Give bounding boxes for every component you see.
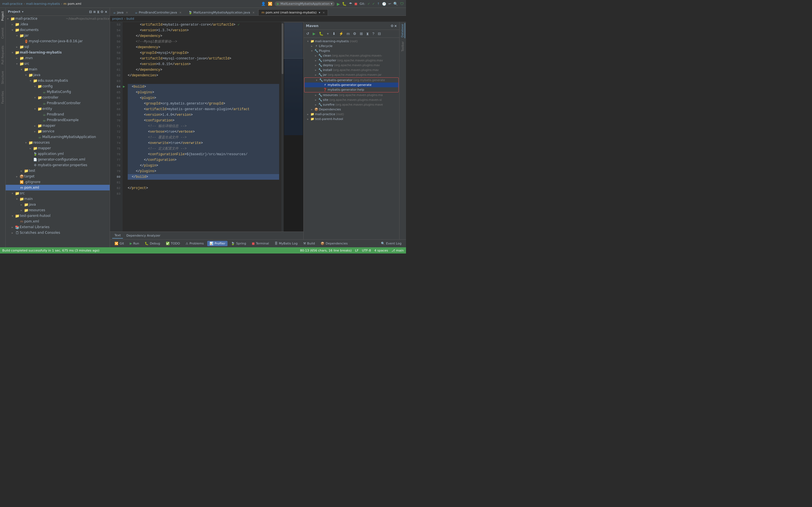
breadcrumb-mall-practice[interactable]: mall-practice: [2, 2, 22, 6]
tab-text[interactable]: Text: [112, 233, 123, 238]
activity-commit[interactable]: Commit: [1, 26, 5, 40]
tree-item-pom-xml[interactable]: m pom.xml: [6, 185, 110, 190]
tab-pmsbrandcontroller[interactable]: ☕ PmsBrandController.java ×: [132, 9, 185, 15]
maven-item-install[interactable]: 🔧 install (org.apache.maven.plugins:mav: [304, 68, 399, 72]
maven-item-lifecycle[interactable]: ⚡ Lifecycle: [304, 44, 399, 48]
maven-add-btn[interactable]: +: [325, 31, 331, 37]
expand-all-icon[interactable]: ≡: [93, 10, 96, 14]
tree-item-target[interactable]: 📦 target: [6, 173, 110, 179]
avatar-icon[interactable]: 👤: [261, 2, 266, 6]
status-indent[interactable]: 4 spaces: [374, 249, 388, 252]
bottom-tab-build[interactable]: ⚒ Build: [301, 241, 317, 246]
maven-show-btn[interactable]: ⊞: [358, 31, 364, 37]
tree-item-test[interactable]: 📁 test: [6, 168, 110, 173]
tree-item-pmsbrandcontroller[interactable]: ☕ PmsBrandController: [6, 100, 110, 106]
bottom-tab-profiler[interactable]: 📊 Profiler: [207, 241, 228, 246]
tree-item-jar[interactable]: 📁 jar: [6, 33, 110, 38]
maven-item-clean[interactable]: 🔧 clean (org.apache.maven.plugins:maven-: [304, 53, 399, 58]
scroll-indicator[interactable]: [282, 22, 284, 231]
status-branch[interactable]: ⎇ main: [391, 249, 404, 252]
maven-help-btn[interactable]: ?: [371, 31, 375, 37]
maven-item-mall-learning[interactable]: 📁 mall-learning-mybatis (root): [304, 39, 399, 44]
tree-item-mvn[interactable]: 📁 .mvn: [6, 55, 110, 61]
run-config-dropdown[interactable]: ▾: [331, 2, 333, 6]
activity-favorites[interactable]: Favorites: [1, 90, 5, 105]
tab-close-java[interactable]: ×: [126, 11, 128, 14]
git-up-icon[interactable]: ↑: [377, 2, 380, 6]
tree-item-documents[interactable]: 📁 documents: [6, 27, 110, 33]
tree-item-src[interactable]: 📁 src: [6, 61, 110, 66]
tree-item-pmsbrandexample[interactable]: ☕ PmsBrandExample: [6, 117, 110, 123]
maven-download-btn[interactable]: ⬇: [331, 31, 337, 37]
breadcrumb-build[interactable]: build: [126, 17, 134, 20]
tree-item-pmsbrand[interactable]: ☕ PmsBrand: [6, 112, 110, 117]
bottom-tab-todo[interactable]: ✅ TODO: [163, 241, 183, 246]
bottom-tab-spring[interactable]: 🍃 Spring: [229, 241, 248, 246]
code-body[interactable]: 53 54 55 56 57 58 59 60 61 62 63 64 65 6…: [110, 22, 303, 231]
collapse-all-icon[interactable]: ⊟: [89, 10, 92, 14]
maven-item-jar[interactable]: 🔧 jar (org.apache.maven.plugins:maven-ja…: [304, 72, 399, 77]
tree-item-mybatisconfig[interactable]: ☕ MyBatisConfig: [6, 89, 110, 95]
tree-item-resources2[interactable]: 📁 resources: [6, 207, 110, 213]
tab-dependency-analyzer[interactable]: Dependency Analyzer: [124, 233, 163, 238]
activity-project[interactable]: Project: [1, 10, 5, 22]
bottom-tab-mybatis[interactable]: 🗄 MyBatis Log: [272, 241, 300, 246]
maven-close-icon[interactable]: ×: [394, 24, 397, 28]
tree-item-mybatis-props[interactable]: ⚙ mybatis-generator.properties: [6, 162, 110, 168]
tree-item-pom2[interactable]: m pom.xml: [6, 219, 110, 224]
tree-item-scratches[interactable]: 🗒 Scratches and Consoles: [6, 230, 110, 235]
run-button[interactable]: ▶: [337, 2, 340, 6]
activity-structure[interactable]: Structure: [1, 70, 5, 86]
search-icon[interactable]: 🔍: [393, 2, 398, 6]
close-sidebar-icon[interactable]: ×: [105, 10, 107, 14]
bottom-tab-problems[interactable]: ⚠ Problems: [183, 241, 206, 246]
bottom-tab-debug[interactable]: 🐛 Debug: [142, 241, 162, 246]
undo-icon[interactable]: ↩: [389, 2, 391, 6]
side-icon-database[interactable]: Database: [400, 23, 405, 38]
maven-settings-btn2[interactable]: ⚙: [352, 31, 358, 37]
dropdown-icon[interactable]: ▾: [22, 10, 23, 13]
bottom-tab-dependencies[interactable]: 📦 Dependencies: [318, 241, 350, 246]
maven-item-generate[interactable]: ⚡ mybatis-generator:generate: [305, 82, 398, 87]
maven-item-mybatis-generator[interactable]: 🔧 mybatis-generator (org.mybatis.generat…: [305, 78, 398, 82]
tree-item-mysql-jar[interactable]: 🏺 mysql-connector-java-8.0.16.jar: [6, 38, 110, 44]
maven-item-mall-practice[interactable]: 📁 mall-practice (root): [304, 112, 399, 117]
tree-item-generator-xml[interactable]: 📄 generator-configuration.xml: [6, 157, 110, 162]
tree-item-service[interactable]: 📁 service: [6, 128, 110, 134]
tab-close-malllearning[interactable]: ×: [252, 11, 255, 14]
tab-close-pom[interactable]: ×: [322, 11, 325, 14]
status-position[interactable]: 80:13 (656 chars, 16 line breaks): [300, 249, 352, 252]
status-charset[interactable]: UTF-8: [362, 249, 371, 252]
history-icon[interactable]: 🕐: [382, 2, 386, 6]
tree-item-test-parent[interactable]: 📁 test-parent-hutool: [6, 213, 110, 219]
tree-item-config[interactable]: 📁 config: [6, 83, 110, 89]
maven-item-test-parent[interactable]: 📁 test-parent-hutool: [304, 117, 399, 121]
vcs-icon[interactable]: 🔀: [268, 2, 272, 6]
breadcrumb-mall-learning[interactable]: mall-learning-mybatis: [26, 2, 60, 6]
tree-item-mall-practice[interactable]: 📁 mall-practice ~/IdeaProjects/mall-prac…: [6, 16, 110, 21]
tree-item-controller[interactable]: 📁 controller: [6, 95, 110, 100]
settings-icon[interactable]: ⚙: [100, 10, 103, 14]
tree-item-main[interactable]: 📁 main: [6, 66, 110, 72]
status-encoding[interactable]: LF: [355, 249, 358, 252]
tree-item-main2[interactable]: 📁 main: [6, 196, 110, 202]
bottom-tab-terminal[interactable]: ■ Terminal: [250, 241, 271, 246]
run-config[interactable]: ▶ MallLearningMybatisApplication ▾: [274, 1, 335, 6]
maven-item-help[interactable]: ❓ mybatis-generator:help: [305, 87, 398, 92]
maven-item-plugins[interactable]: 🔧 Plugins: [304, 48, 399, 53]
tab-malllearning[interactable]: 🍃 MallLearningMybatisApplication.java ×: [185, 9, 258, 15]
scroll-thumb[interactable]: [282, 23, 283, 74]
maven-collapse-btn[interactable]: ⊟: [376, 31, 382, 37]
tree-item-idea[interactable]: 📁 .idea: [6, 21, 110, 27]
maven-reload-btn[interactable]: ↺: [305, 31, 311, 37]
side-icon-toolbar[interactable]: Toolbar: [401, 41, 405, 52]
maven-link-btn[interactable]: ⧗: [365, 31, 370, 37]
maven-debug-btn[interactable]: 🐛: [317, 31, 325, 37]
tree-item-java2[interactable]: 📁 java: [6, 202, 110, 207]
tab-dropdown[interactable]: ▾: [319, 11, 320, 14]
tab-pom-xml[interactable]: m pom.xml (mall-learning-mybatis) ▾ ×: [258, 9, 328, 15]
tree-item-mapper[interactable]: 📁 mapper: [6, 123, 110, 128]
tree-item-ext-libs[interactable]: 📚 External Libraries: [6, 224, 110, 230]
maven-item-site[interactable]: 🔧 site (org.apache.maven.plugins:maven-s…: [304, 98, 399, 102]
maven-item-surefire[interactable]: 🔧 surefire (org.apache.maven.plugins:mav…: [304, 102, 399, 107]
